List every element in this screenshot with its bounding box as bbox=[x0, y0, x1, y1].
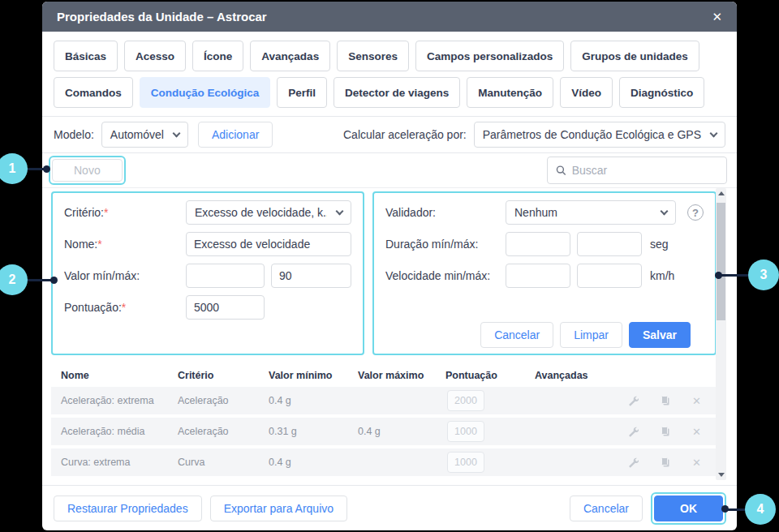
tab-manutencao[interactable]: Manutenção bbox=[467, 77, 553, 108]
search-icon bbox=[556, 165, 566, 176]
tab-video[interactable]: Vídeo bbox=[560, 77, 613, 108]
validator-select-value: Nenhum bbox=[514, 206, 557, 219]
cell-min: 0.4 g bbox=[269, 395, 358, 406]
add-model-button[interactable]: Adicionar bbox=[198, 122, 273, 148]
callout-dot bbox=[43, 165, 50, 173]
speed-min-input[interactable] bbox=[506, 264, 570, 288]
row-actions: ✕ bbox=[627, 457, 716, 469]
callout-highlight-novo: Novo bbox=[49, 156, 126, 185]
scrollbar-thumb[interactable] bbox=[717, 203, 725, 320]
name-label: Nome:* bbox=[64, 238, 186, 251]
search-input[interactable] bbox=[572, 164, 718, 177]
criteria-toolbar: Novo bbox=[42, 153, 737, 188]
footer-cancel-button[interactable]: Cancelar bbox=[570, 496, 643, 521]
row-actions: ✕ bbox=[627, 426, 716, 438]
tab-diagnostico[interactable]: Diagnóstico bbox=[619, 77, 704, 108]
tab-comandos[interactable]: Comandos bbox=[54, 77, 133, 108]
cell-max: 0.4 g bbox=[358, 426, 445, 437]
value-min-input[interactable] bbox=[186, 264, 265, 288]
delete-icon[interactable]: ✕ bbox=[692, 457, 701, 469]
dialog-footer: Restaurar Propriedades Exportar para Arq… bbox=[42, 485, 737, 530]
cell-score: 1000 bbox=[445, 421, 535, 442]
wrench-icon[interactable] bbox=[627, 426, 639, 437]
tab-acesso[interactable]: Acesso bbox=[124, 41, 186, 71]
value-minmax-label: Valor mín/máx: bbox=[64, 269, 186, 282]
scroll-down-icon[interactable] bbox=[718, 473, 725, 477]
calc-acceleration-select[interactable]: Parâmetros de Condução Ecológica e GPS bbox=[474, 122, 725, 148]
tab-conducao-ecologica[interactable]: Condução Ecológica bbox=[140, 77, 271, 108]
criterion-editor-right-panel: Validador: Nenhum ? Duração mín/máx: seg… bbox=[372, 191, 717, 355]
criterion-label: Critério:* bbox=[64, 206, 186, 219]
scrollbar[interactable] bbox=[716, 188, 726, 480]
row-actions: ✕ bbox=[627, 395, 716, 407]
model-bar: Modelo: Automóvel Adicionar Calcular ace… bbox=[42, 117, 737, 153]
scroll-up-icon[interactable] bbox=[718, 191, 725, 195]
tab-grupos-de-unidades[interactable]: Grupos de unidades bbox=[570, 41, 699, 71]
chevron-down-icon bbox=[173, 129, 181, 137]
cell-min: 0.4 g bbox=[269, 457, 358, 468]
cell-criterion: Curva bbox=[178, 457, 269, 468]
cell-name: Aceleração: média bbox=[51, 426, 178, 437]
model-select[interactable]: Automóvel bbox=[101, 122, 188, 148]
cell-name: Curva: extrema bbox=[51, 457, 178, 468]
callout-badge-1: 1 bbox=[0, 153, 28, 184]
tabs-block: Básicas Acesso Ícone Avançadas Sensores … bbox=[42, 32, 737, 117]
required-mark: * bbox=[122, 301, 126, 314]
criterion-select-value: Excesso de velocidade, k... bbox=[195, 206, 327, 219]
callout-dot bbox=[50, 277, 58, 284]
value-max-input[interactable] bbox=[271, 264, 351, 288]
copy-icon[interactable] bbox=[660, 457, 671, 468]
tab-detector-de-viagens[interactable]: Detector de viagens bbox=[334, 77, 460, 108]
speed-max-input[interactable] bbox=[577, 264, 642, 288]
delete-icon[interactable]: ✕ bbox=[692, 426, 701, 438]
ok-button[interactable]: OK bbox=[654, 496, 723, 521]
wrench-icon[interactable] bbox=[627, 457, 639, 468]
criterion-select[interactable]: Excesso de velocidade, k... bbox=[186, 200, 351, 225]
cell-score: 2000 bbox=[445, 390, 535, 411]
name-input[interactable] bbox=[186, 232, 351, 256]
callout-badge-3: 3 bbox=[748, 260, 779, 290]
speed-minmax-label: Velocidade min/máx: bbox=[385, 269, 506, 282]
column-header-valor-minimo: Valor mínimo bbox=[269, 370, 358, 381]
editor-cancel-button[interactable]: Cancelar bbox=[480, 322, 553, 348]
restore-properties-button[interactable]: Restaurar Propriedades bbox=[54, 496, 202, 521]
editor-save-button[interactable]: Salvar bbox=[629, 322, 691, 348]
callout-badge-4: 4 bbox=[745, 494, 776, 525]
dialog-titlebar: Propriedades da Unidade – Astrocar ✕ bbox=[42, 2, 737, 32]
validator-select[interactable]: Nenhum bbox=[506, 200, 676, 225]
help-icon[interactable]: ? bbox=[687, 204, 704, 221]
cell-min: 0.31 g bbox=[269, 426, 358, 437]
chevron-down-icon bbox=[710, 129, 718, 137]
editor-clear-button[interactable]: Limpar bbox=[560, 322, 622, 348]
criteria-table-header: Nome Critério Valor mínimo Valor máximo … bbox=[51, 363, 716, 387]
wrench-icon[interactable] bbox=[627, 395, 639, 406]
search-box[interactable] bbox=[547, 157, 727, 184]
score-label: Pontuação:* bbox=[64, 301, 186, 314]
tab-basicas[interactable]: Básicas bbox=[54, 41, 118, 71]
close-icon[interactable]: ✕ bbox=[712, 11, 722, 23]
tab-campos-personalizados[interactable]: Campos personalizados bbox=[415, 41, 564, 71]
validator-label: Validador: bbox=[385, 206, 506, 219]
copy-icon[interactable] bbox=[660, 395, 671, 406]
tab-avancadas[interactable]: Avançadas bbox=[250, 41, 330, 71]
column-header-valor-maximo: Valor máximo bbox=[358, 370, 445, 381]
tab-perfil[interactable]: Perfil bbox=[277, 77, 327, 108]
export-to-file-button[interactable]: Exportar para Arquivo bbox=[210, 496, 347, 521]
duration-max-input[interactable] bbox=[577, 232, 642, 256]
dialog-title: Propriedades da Unidade – Astrocar bbox=[57, 10, 267, 24]
callout-line bbox=[24, 279, 54, 281]
unit-properties-dialog: Propriedades da Unidade – Astrocar ✕ Bás… bbox=[42, 2, 737, 530]
duration-min-input[interactable] bbox=[506, 232, 570, 256]
chevron-down-icon bbox=[336, 207, 344, 215]
score-input[interactable] bbox=[186, 295, 265, 320]
tab-sensores[interactable]: Sensores bbox=[337, 41, 409, 71]
tab-row-1: Básicas Acesso Ícone Avançadas Sensores … bbox=[54, 41, 725, 71]
copy-icon[interactable] bbox=[660, 426, 671, 437]
new-criterion-button[interactable]: Novo bbox=[52, 159, 123, 182]
column-header-nome: Nome bbox=[51, 370, 178, 381]
tab-icone[interactable]: Ícone bbox=[192, 41, 243, 71]
score-field: 1000 bbox=[447, 452, 484, 473]
delete-icon[interactable]: ✕ bbox=[692, 395, 701, 407]
required-mark: * bbox=[97, 238, 101, 251]
callout-dot bbox=[721, 505, 729, 513]
